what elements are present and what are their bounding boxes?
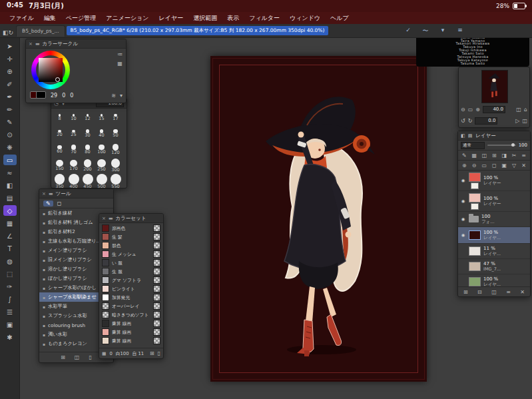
layer-delete-icon[interactable]: ✕ <box>520 289 525 295</box>
color-set-row-12[interactable]: 乗算 線画 <box>99 319 163 328</box>
color-set-row-1[interactable]: 原画色 <box>99 224 163 232</box>
color-chip[interactable] <box>102 285 109 292</box>
palette-list-icon[interactable]: ▤ <box>468 133 473 139</box>
layer-row-3[interactable]: ◉100フォ... <box>458 212 530 227</box>
brush-settings-icon[interactable]: ▾ <box>437 27 448 35</box>
color-chip[interactable] <box>102 294 109 301</box>
alt-color-chip[interactable] <box>153 320 160 327</box>
color-set-row-11[interactable]: 暗さきつめソフト <box>99 310 163 319</box>
alt-color-chip[interactable] <box>153 268 160 275</box>
alt-color-chip[interactable] <box>153 294 160 301</box>
brush-size-40[interactable]: 40 <box>95 125 109 141</box>
color-set-row-8[interactable]: ピンライト <box>99 284 163 293</box>
brush-size-350[interactable]: 350 <box>53 173 67 189</box>
colorset-add-icon[interactable]: ⊞ <box>150 350 154 356</box>
rotation-value[interactable]: 0.0 <box>475 117 497 125</box>
brush-size-12[interactable]: 12 <box>81 109 95 125</box>
color-set-row-3[interactable]: 肌色 <box>99 241 163 250</box>
color-chip[interactable] <box>102 311 109 318</box>
minimize-icon[interactable]: ▬ <box>49 191 53 197</box>
menu-icon[interactable]: ≡ <box>521 153 526 159</box>
rotate-right-icon[interactable]: ↻ <box>468 118 473 124</box>
zoom-out-icon[interactable]: ⊖ <box>461 107 465 113</box>
color-set-row-4[interactable]: 生 メッシュ <box>99 250 163 258</box>
layer-row-2[interactable]: ◉100 %レイヤー <box>458 191 530 212</box>
eraser-tool[interactable]: ▭ <box>3 155 17 165</box>
brush-size-25[interactable]: 25 <box>67 125 81 141</box>
alt-color-chip[interactable] <box>153 328 160 336</box>
selection-pen-tool[interactable]: ✑ <box>3 281 17 292</box>
zoom-in-icon[interactable]: ⊕ <box>475 107 480 113</box>
color-set-row-14[interactable]: 乗算 線画 <box>99 336 163 345</box>
decoration-tool[interactable]: ❋ <box>3 142 17 153</box>
settings-tool[interactable]: ✱ <box>3 332 17 342</box>
brush-size-17[interactable]: 17 <box>109 109 123 125</box>
balloon-tool[interactable]: ◍ <box>3 256 17 266</box>
duplicate-subtool-icon[interactable]: ◫ <box>75 354 80 360</box>
saturation-value-square[interactable] <box>39 58 63 82</box>
fill-tool[interactable]: ◧ <box>3 180 17 191</box>
zoom-tool[interactable]: ⊕ <box>3 66 17 77</box>
menu-item-1[interactable]: ファイル <box>9 14 34 23</box>
menu-item-5[interactable]: レイヤー <box>159 14 184 23</box>
color-chip[interactable] <box>102 320 109 327</box>
close-icon[interactable]: × <box>102 216 106 221</box>
menu-item-10[interactable]: ヘルプ <box>330 14 349 23</box>
eraser-group-icon[interactable]: ◻ <box>57 200 62 206</box>
color-chip[interactable] <box>102 302 109 310</box>
alt-color-chip[interactable] <box>153 224 160 232</box>
refresh-icon[interactable]: ↻ <box>9 29 14 36</box>
close-icon[interactable]: × <box>42 191 46 197</box>
layer-row-5[interactable]: 11 %レイヤ... <box>458 244 530 259</box>
layer-row-1[interactable]: ◉100 %レイヤー <box>458 171 530 191</box>
menu-item-7[interactable]: 表示 <box>227 14 239 23</box>
new-folder-icon[interactable]: ▦ <box>471 153 477 159</box>
actual-size-icon[interactable]: ⌂ <box>524 107 527 113</box>
color-slider-icon[interactable]: ≔ <box>117 51 123 57</box>
add-icon[interactable]: ⊞ <box>492 153 497 159</box>
cut-icon[interactable]: ✂ <box>512 153 517 159</box>
delete-icon[interactable]: ✕ <box>521 163 526 169</box>
brush-size-170[interactable]: 170 <box>67 157 81 173</box>
minimize-icon[interactable]: ▬ <box>109 216 113 221</box>
blank-icon[interactable]: ◻ <box>492 163 497 169</box>
delete-subtool-icon[interactable]: ▯ <box>89 354 91 360</box>
brush-size-20[interactable]: 20 <box>53 125 67 141</box>
clip-icon[interactable]: ◫ <box>482 153 487 159</box>
pencil-tool[interactable]: ✏ <box>3 104 17 115</box>
sub-color-swatch[interactable] <box>36 91 46 99</box>
brush-group-icon[interactable]: ✎ <box>43 200 53 206</box>
brush-size-80[interactable]: 80 <box>81 141 95 157</box>
tab-inactive-document[interactable]: B5_body_ps_... <box>16 25 65 37</box>
palette-dock-icon[interactable]: ◧ <box>461 133 465 139</box>
figure-tool[interactable]: ◇ <box>3 205 17 216</box>
close-icon[interactable]: × <box>29 41 33 47</box>
menu-item-6[interactable]: 選択範囲 <box>193 14 217 23</box>
panel-menu-icon[interactable]: ▾ <box>120 93 123 99</box>
frame-border-tool[interactable]: ▦ <box>3 218 17 228</box>
layer-row-7[interactable]: 100 %レイヤ... <box>458 274 530 286</box>
brush-size-50[interactable]: 50 <box>109 125 123 141</box>
mask-icon[interactable]: ◨ <box>502 153 507 159</box>
colorset-delete-icon[interactable]: ▯ <box>158 350 160 356</box>
navigator-preview[interactable] <box>481 70 508 103</box>
blend-tool[interactable]: ≈ <box>3 167 17 178</box>
brush-size-100[interactable]: 100 <box>95 141 109 157</box>
canvas[interactable] <box>210 56 427 382</box>
brush-tool[interactable]: ✎ <box>3 117 17 127</box>
brush-size-120[interactable]: 120 <box>109 141 123 157</box>
brush-size-200[interactable]: 200 <box>81 157 95 173</box>
layer-visibility-icon[interactable]: ◉ <box>460 216 466 222</box>
brush-size-150[interactable]: 150 <box>53 157 67 173</box>
layer-visibility-icon[interactable]: ◉ <box>460 178 466 183</box>
layer-row-6[interactable]: 47 %IMG_7... <box>458 259 530 274</box>
alt-color-chip[interactable] <box>153 259 160 266</box>
minimize-icon[interactable]: ▬ <box>35 41 40 47</box>
text-tool[interactable]: T <box>3 243 17 254</box>
zoom-slider-icon[interactable]: ▭ <box>468 107 473 113</box>
new-layer-icon[interactable]: ✎ <box>462 153 467 159</box>
menu-item-9[interactable]: ウィンドウ <box>290 14 320 23</box>
eyedropper-tool[interactable]: ✐ <box>3 79 17 89</box>
blend-mode-dropdown[interactable]: 通常 <box>461 142 485 149</box>
brush-size-10[interactable]: 10 <box>67 109 81 125</box>
